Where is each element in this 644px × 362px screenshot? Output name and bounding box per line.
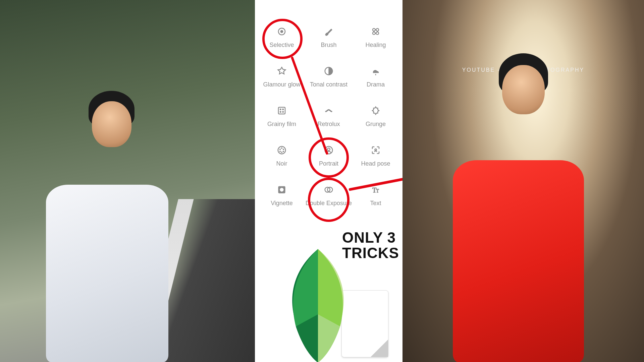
tool-tonal-contrast[interactable]: Tonal contrast bbox=[305, 65, 352, 93]
tool-label: Grainy film bbox=[267, 121, 296, 128]
tool-noir[interactable]: Noir bbox=[258, 144, 305, 172]
brush-icon bbox=[323, 25, 335, 38]
snapseed-logo bbox=[268, 244, 388, 362]
tonal-contrast-icon bbox=[323, 65, 335, 77]
person-before bbox=[31, 101, 183, 362]
svg-point-1 bbox=[280, 30, 283, 33]
drama-icon bbox=[370, 65, 382, 77]
vignette-icon bbox=[276, 184, 288, 196]
tool-text[interactable]: TT Text bbox=[352, 184, 399, 212]
head-pose-icon bbox=[370, 144, 382, 156]
tool-label: Selective bbox=[269, 42, 294, 49]
white-shirt bbox=[46, 185, 168, 362]
healing-icon bbox=[370, 25, 382, 38]
grainy-film-icon bbox=[276, 105, 288, 117]
tool-label: Tonal contrast bbox=[310, 81, 347, 88]
only3-line1: ONLY 3 bbox=[342, 230, 399, 245]
glamour-glow-icon bbox=[276, 65, 288, 77]
before-photo bbox=[0, 0, 255, 362]
tool-label: Noir bbox=[276, 160, 287, 168]
selective-icon bbox=[276, 25, 288, 38]
double-exposure-icon bbox=[323, 184, 335, 196]
tool-portrait[interactable]: Portrait bbox=[305, 144, 352, 172]
after-photo: YOUTUBE - YOGESH EDITOGRAPHY bbox=[402, 0, 644, 362]
head bbox=[92, 101, 132, 147]
tool-head-pose[interactable]: Head pose bbox=[352, 144, 399, 172]
tool-label: Healing bbox=[365, 42, 386, 49]
tool-brush[interactable]: Brush bbox=[305, 25, 352, 54]
svg-point-19 bbox=[327, 148, 330, 151]
svg-point-15 bbox=[283, 151, 284, 152]
svg-point-13 bbox=[283, 149, 284, 150]
tool-glamour-glow[interactable]: Glamour glow bbox=[258, 65, 305, 93]
tool-label: Head pose bbox=[361, 160, 390, 168]
portrait-icon bbox=[323, 144, 335, 156]
red-shirt bbox=[453, 160, 584, 362]
text-icon: TT bbox=[370, 184, 382, 196]
head bbox=[502, 65, 545, 114]
tool-label: Retrolux bbox=[317, 121, 340, 128]
svg-point-10 bbox=[282, 111, 284, 113]
tool-retrolux[interactable]: Retrolux bbox=[305, 105, 352, 133]
tool-grunge[interactable]: Grunge bbox=[352, 105, 399, 133]
noir-icon bbox=[276, 144, 288, 156]
tool-vignette[interactable]: Vignette bbox=[258, 184, 305, 212]
svg-point-12 bbox=[280, 149, 281, 150]
svg-point-17 bbox=[281, 152, 282, 153]
tool-selective[interactable]: Selective bbox=[258, 25, 305, 54]
tool-label: Text bbox=[370, 200, 381, 207]
grunge-icon bbox=[370, 105, 382, 117]
svg-point-9 bbox=[280, 111, 281, 113]
tool-grainy-film[interactable]: Grainy film bbox=[258, 105, 305, 133]
svg-point-20 bbox=[375, 149, 377, 150]
snapseed-tools-panel: Selective Brush Healing Glamour glow Ton bbox=[255, 0, 402, 362]
svg-point-14 bbox=[280, 151, 281, 152]
svg-rect-6 bbox=[278, 107, 285, 114]
leaf-icon bbox=[268, 244, 368, 362]
svg-point-7 bbox=[280, 109, 281, 110]
tool-label: Drama bbox=[367, 81, 385, 88]
tool-label: Brush bbox=[321, 42, 336, 49]
tool-healing[interactable]: Healing bbox=[352, 25, 399, 54]
tool-label: Glamour glow bbox=[263, 81, 300, 88]
tool-double-exposure[interactable]: Double Exposure bbox=[305, 184, 352, 212]
retrolux-icon bbox=[323, 105, 335, 117]
svg-point-8 bbox=[282, 109, 284, 110]
person-after bbox=[436, 65, 601, 362]
tool-drama[interactable]: Drama bbox=[352, 65, 399, 93]
tool-label: Double Exposure bbox=[306, 200, 352, 207]
tool-label: Grunge bbox=[366, 121, 386, 128]
svg-point-22 bbox=[280, 188, 284, 192]
svg-text:T: T bbox=[376, 188, 379, 193]
tool-grid: Selective Brush Healing Glamour glow Ton bbox=[255, 0, 402, 212]
svg-point-16 bbox=[281, 147, 282, 148]
tool-label: Vignette bbox=[271, 200, 293, 207]
tool-label: Portrait bbox=[319, 160, 338, 168]
